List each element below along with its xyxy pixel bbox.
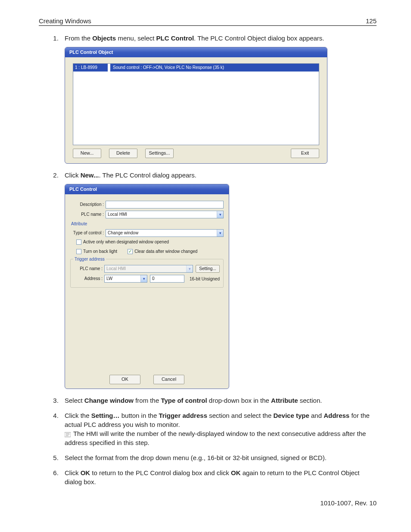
address-label: Address : (74, 276, 104, 282)
ok-cancel-row: OK Cancel (70, 375, 224, 384)
page-footer: 1010-1007, Rev. 10 (39, 499, 377, 507)
attribute-section-label: Attribute (71, 221, 224, 227)
cleardata-checkbox[interactable]: ✓ Clear data after window changed (128, 249, 197, 255)
step-6: Click OK to return to the PLC Control di… (60, 468, 377, 486)
chevron-down-icon[interactable]: ▾ (217, 230, 223, 236)
settings-button[interactable]: Settings... (145, 149, 174, 158)
steps-list: From the Objects menu, select PLC Contro… (39, 34, 377, 486)
plc-control-object-dialog: PLC Control Object 1 : LB-8999 Sound con… (65, 47, 327, 164)
dialog-titlebar: PLC Control (65, 184, 229, 194)
plcname2-label: PLC name : (74, 266, 104, 272)
step-2: Click New.... The PLC Control dialog app… (60, 171, 377, 389)
combo-value: Change window (106, 229, 224, 237)
text: section. (298, 397, 322, 404)
address-type-combo[interactable]: LW ▾ (104, 275, 147, 283)
cancel-button[interactable]: Cancel (153, 375, 184, 384)
text: From the (65, 34, 92, 42)
text-bold: New... (81, 171, 99, 179)
address-value-input[interactable]: 0 (150, 275, 184, 283)
combo-value: Local HMI (106, 211, 224, 218)
text-bold: Setting… (91, 412, 120, 419)
text: and (309, 412, 324, 419)
plc-control-dialog: PLC Control Description : PLC name : Loc… (65, 184, 229, 389)
group-title: Trigger address (73, 256, 106, 262)
dialog-titlebar: PLC Control Object (65, 47, 327, 57)
text: from the (134, 397, 161, 404)
text-bold: OK (231, 469, 241, 476)
step-5: Select the format from the drop down men… (60, 453, 377, 462)
text-bold: PLC Control (156, 34, 194, 42)
exit-button[interactable]: Exit (291, 149, 319, 158)
note-icon (65, 432, 71, 437)
typeofcontrol-label: Type of control : (70, 230, 106, 236)
plcname2-combo: Local HMI ▾ (104, 265, 193, 273)
text-bold: OK (81, 469, 90, 476)
checkbox-icon: ✓ (128, 249, 133, 254)
delete-button[interactable]: Delete (109, 149, 137, 158)
header-left: Creating Windows (39, 17, 91, 25)
chevron-down-icon[interactable]: ▾ (140, 275, 147, 282)
checkbox-label: Turn on back light (83, 249, 117, 255)
text: Select (65, 397, 84, 404)
text-bold: Change window (84, 397, 134, 404)
checkbox-icon (76, 240, 81, 245)
text-bold: Address (324, 412, 349, 419)
text-bold: Objects (92, 34, 116, 42)
text-bold: Attribute (271, 397, 298, 404)
list-cell: Sound control : OFF->ON, Voice PLC No Re… (110, 64, 319, 72)
checkbox-icon (76, 249, 81, 254)
text-bold: Device type (273, 412, 309, 419)
text: menu, select (116, 34, 156, 42)
setting-button[interactable]: Setting... (196, 265, 220, 273)
text: Click the (65, 412, 91, 419)
chevron-down-icon[interactable]: ▾ (217, 211, 223, 218)
text: section and select the (207, 412, 273, 419)
typeofcontrol-combo[interactable]: Change window ▾ (106, 229, 224, 237)
list-cell: 1 : LB-8999 (73, 64, 108, 72)
checkbox-label: Active only when designated window opene… (83, 239, 169, 245)
description-label: Description : (70, 202, 106, 208)
text: drop-down box in the (207, 397, 271, 404)
step-1: From the Objects menu, select PLC Contro… (60, 34, 377, 164)
step-4: Click the Setting… button in the Trigger… (60, 411, 377, 447)
step-3: Select Change window from the Type of co… (60, 396, 377, 405)
checkbox-label: Clear data after window changed (134, 249, 197, 255)
combo-value: Local HMI (104, 265, 193, 273)
format-label: 16-bit Unsigned (190, 276, 220, 282)
new-button[interactable]: New... (73, 149, 101, 158)
text: to return to the PLC Control dialog box … (90, 469, 231, 476)
object-listbox[interactable]: 1 : LB-8999 Sound control : OFF->ON, Voi… (73, 63, 319, 145)
text-bold: Type of control (161, 397, 207, 404)
text: . The PLC Control Object dialog box appe… (194, 34, 324, 42)
text-bold: Trigger address (159, 412, 207, 419)
backlight-checkbox[interactable]: Turn on back light (76, 249, 117, 255)
plcname-label: PLC name : (70, 212, 106, 218)
plcname-combo[interactable]: Local HMI ▾ (106, 211, 224, 218)
list-row[interactable]: 1 : LB-8999 Sound control : OFF->ON, Voi… (73, 64, 319, 72)
text: Click (65, 171, 81, 179)
trigger-address-group: Trigger address PLC name : Local HMI ▾ S… (70, 259, 224, 288)
active-only-checkbox[interactable]: Active only when designated window opene… (76, 239, 224, 245)
text: button in the (120, 412, 159, 419)
description-input[interactable] (106, 201, 224, 208)
text: Click (65, 469, 81, 476)
text: Select the format from the drop down men… (65, 454, 327, 461)
ok-button[interactable]: OK (109, 375, 140, 384)
note-text: The HMI will write the number of the new… (65, 430, 366, 446)
page-header: Creating Windows 125 (39, 17, 377, 26)
button-row: New... Delete Settings... Exit (73, 149, 319, 158)
header-right: 125 (366, 17, 377, 25)
chevron-down-icon: ▾ (186, 265, 193, 272)
text: . The PLC Control dialog appears. (99, 171, 196, 179)
